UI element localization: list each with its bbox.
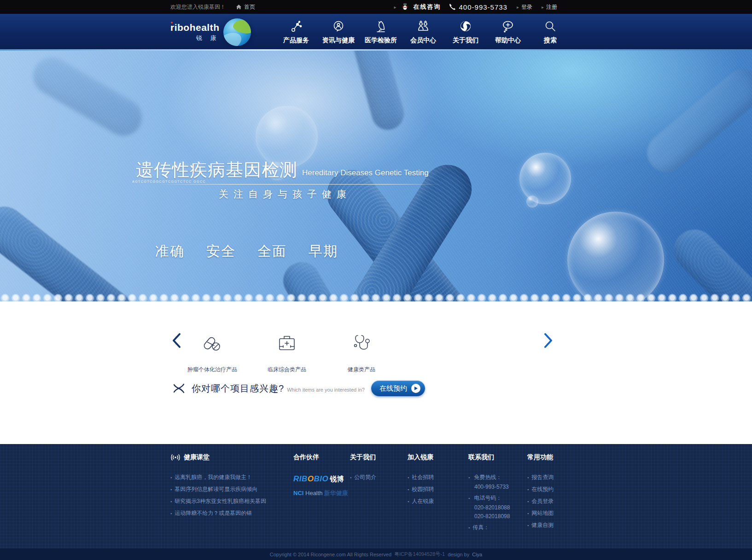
online-consult-link[interactable]: 在线咨询 bbox=[414, 3, 441, 11]
hotline-number: 400-993-5733 bbox=[459, 3, 507, 11]
hero-divider-line bbox=[161, 184, 442, 185]
dna-sequence-text: AGTCGTCGGCGTCGGTCTCC GGCC bbox=[132, 180, 206, 183]
register-link[interactable]: 注册 bbox=[542, 3, 557, 11]
footer-join-title: 加入锐康 bbox=[408, 453, 434, 462]
topbar: 欢迎您进入锐康基因！ 首页 在线咨询 bbox=[0, 0, 752, 14]
members-icon bbox=[407, 20, 439, 34]
chromosome-shape bbox=[639, 62, 752, 180]
globe-logo-icon bbox=[223, 18, 251, 46]
product-item-health[interactable]: 健康类产品 bbox=[324, 330, 399, 374]
footer-function-link[interactable]: 报告查询 bbox=[527, 473, 554, 481]
product-carousel: 肿瘤个体化治疗产品 临床综合类产品 bbox=[175, 330, 399, 374]
online-booking-label: 在线预约 bbox=[379, 384, 407, 393]
hero-tagline: 关注自身与孩子健康 bbox=[219, 188, 351, 201]
chevron-right-icon bbox=[543, 333, 554, 348]
footer-phone-number-1: 020-82018088 bbox=[474, 504, 510, 511]
footer-functions-title: 常用功能 bbox=[527, 453, 554, 462]
footer-col-contact: 联系我们 免费热线： 400-993-5733 电话号码： 020-820180… bbox=[468, 453, 510, 536]
footer-join-link[interactable]: 人在锐康 bbox=[408, 497, 434, 505]
brand-logo[interactable]: ribohealth 锐 康 bbox=[170, 18, 251, 46]
online-consult-label: 在线咨询 bbox=[414, 3, 441, 11]
cta-question-cn: 你对哪个项目感兴趣? bbox=[192, 382, 284, 395]
products-section: 肿瘤个体化治疗产品 临床综合类产品 bbox=[0, 301, 752, 444]
footer-health-class-title: 健康课堂 bbox=[170, 453, 266, 462]
product-item-clinical[interactable]: 临床综合类产品 bbox=[250, 330, 324, 374]
footer-function-link[interactable]: 健康自测 bbox=[527, 521, 554, 529]
product-item-oncology[interactable]: 肿瘤个体化治疗产品 bbox=[175, 330, 250, 374]
footer-contact-phone: 电话号码： 020-82018088 020-82018098 bbox=[468, 494, 510, 520]
home-label: 首页 bbox=[244, 3, 255, 11]
cta-question-en: Which items are you interested in? bbox=[287, 387, 365, 393]
login-label: 登录 bbox=[521, 3, 532, 11]
phone-icon bbox=[449, 3, 456, 11]
home-icon bbox=[236, 4, 242, 10]
brand-name-en: ribohealth bbox=[170, 22, 220, 33]
welcome-text: 欢迎您进入锐康基因！ bbox=[170, 3, 226, 11]
footer-function-link[interactable]: 会员登录 bbox=[527, 497, 554, 505]
cta-row: 你对哪个项目感兴趣? Which items are you intereste… bbox=[172, 381, 425, 396]
footer-function-link[interactable]: 网站地图 bbox=[527, 509, 554, 517]
footer-phone-number-2: 020-82018098 bbox=[474, 513, 510, 520]
broadcast-icon bbox=[170, 454, 181, 461]
footer-col-join: 加入锐康 社会招聘 校园招聘 人在锐康 bbox=[408, 453, 434, 509]
footer-article-link[interactable]: 运动降糖不给力？或是基因的错 bbox=[170, 509, 266, 517]
chromosome-shape bbox=[665, 221, 752, 301]
hero-keyword: 安全 bbox=[206, 242, 236, 261]
nav-item-help-center[interactable]: 帮助中心 bbox=[492, 20, 524, 45]
footer-col-health-class: 健康课堂 远离乳腺癌，我的健康我做主！ 基因序列信息解读可显示疾病倾向 研究揭示… bbox=[170, 453, 266, 521]
footer-contact-fax: 传真： bbox=[468, 524, 510, 531]
footer-contact-hotline: 免费热线： 400-993-5733 bbox=[468, 473, 510, 490]
nav-item-about-us[interactable]: 关于我们 bbox=[449, 20, 482, 45]
footer-col-functions: 常用功能 报告查询 在线预约 会员登录 网站地图 健康自测 bbox=[527, 453, 554, 533]
bubble bbox=[526, 196, 538, 208]
footer: 健康课堂 远离乳腺癌，我的健康我做主！ 基因序列信息解读可显示疾病倾向 研究揭示… bbox=[0, 444, 752, 548]
microscope-icon bbox=[365, 20, 397, 34]
icp-number: 粤ICP备14094528号-1 bbox=[394, 551, 445, 558]
person-chat-icon bbox=[322, 20, 355, 34]
hero-keyword: 早期 bbox=[309, 242, 338, 261]
qq-penguin-icon bbox=[401, 2, 409, 12]
hero-keyword: 全面 bbox=[257, 242, 287, 261]
nav-item-products[interactable]: 产品服务 bbox=[280, 20, 312, 45]
nav-item-news-health[interactable]: 资讯与健康 bbox=[322, 20, 355, 45]
footer-function-link[interactable]: 在线预约 bbox=[527, 485, 554, 493]
main-navigation: ribohealth 锐 康 产品服务 bbox=[0, 14, 752, 51]
footer-article-link[interactable]: 研究揭示3种东亚女性乳腺癌相关基因 bbox=[170, 497, 266, 505]
carousel-next-button[interactable] bbox=[543, 333, 554, 350]
footer-partners-title: 合作伙伴 bbox=[293, 453, 348, 462]
hero-keywords: 准确 安全 全面 早期 bbox=[155, 242, 338, 261]
footer-article-link[interactable]: 远离乳腺癌，我的健康我做主！ bbox=[170, 473, 266, 481]
help-bubble-icon bbox=[492, 20, 524, 34]
footer-col-partners: 合作伙伴 RIBOBIO锐博 NCI Health新华健康 bbox=[293, 453, 348, 497]
copyright-text: Copyright © 2014 Ricongene.com All Right… bbox=[270, 552, 391, 557]
online-booking-button[interactable]: 在线预约 bbox=[371, 381, 425, 396]
footer-article-link[interactable]: 基因序列信息解读可显示疾病倾向 bbox=[170, 485, 266, 493]
bubble bbox=[567, 212, 664, 301]
hero-subtitle-en: Hereditary Diseases Genetic Testing bbox=[302, 168, 429, 178]
nav-item-medical-lab[interactable]: 医学检验所 bbox=[365, 20, 397, 45]
hotline-phone: 400-993-5733 bbox=[449, 3, 507, 11]
footer-about-link[interactable]: 公司简介 bbox=[350, 473, 376, 481]
chromosome-shape bbox=[348, 51, 408, 133]
hero-title: 遗传性疾病基因检测 bbox=[136, 158, 297, 182]
home-link[interactable]: 首页 bbox=[236, 3, 255, 11]
search-icon bbox=[534, 20, 566, 34]
nci-health-logo[interactable]: NCI Health新华健康 bbox=[293, 489, 348, 497]
footer-join-link[interactable]: 校园招聘 bbox=[408, 485, 434, 493]
login-link[interactable]: 登录 bbox=[517, 3, 532, 11]
medical-kit-icon bbox=[250, 330, 324, 353]
dna-icon bbox=[172, 382, 186, 395]
nav-item-search[interactable]: 搜索 bbox=[534, 20, 566, 45]
brand-name-cn: 锐 康 bbox=[170, 34, 220, 42]
molecule-icon bbox=[280, 20, 312, 34]
design-by-text: design by bbox=[448, 552, 469, 557]
globe-icon bbox=[449, 20, 482, 34]
play-arrow-icon bbox=[411, 384, 420, 393]
bubble bbox=[519, 153, 571, 204]
nav-item-member-center[interactable]: 会员中心 bbox=[407, 20, 439, 45]
footer-contact-title: 联系我们 bbox=[468, 453, 510, 462]
designer-link[interactable]: Ciya bbox=[472, 552, 482, 557]
footer-join-link[interactable]: 社会招聘 bbox=[408, 473, 434, 481]
ribobio-logo[interactable]: RIBOBIO锐博 bbox=[293, 474, 348, 484]
footer-about-title: 关于我们 bbox=[350, 453, 376, 462]
